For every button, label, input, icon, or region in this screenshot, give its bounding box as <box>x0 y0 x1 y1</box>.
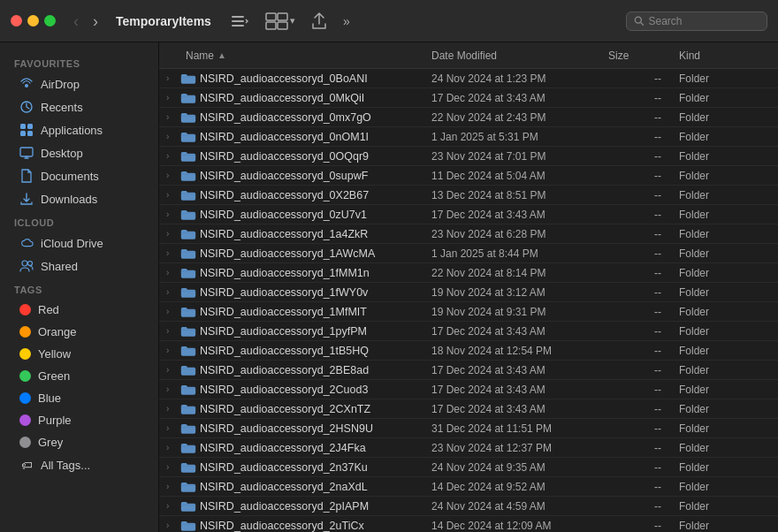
table-row[interactable]: › NSIRD_audioaccessoryd_2BE8ad 17 Dec 20… <box>159 361 778 380</box>
svg-rect-4 <box>278 13 287 20</box>
table-row[interactable]: › NSIRD_audioaccessoryd_2HSN9U 31 Dec 20… <box>159 419 778 438</box>
forward-button[interactable]: › <box>89 11 102 31</box>
file-modified-cell: 24 Nov 2024 at 9:35 AM <box>424 461 601 474</box>
table-row[interactable]: › NSIRD_audioaccessoryd_2pIAPM 24 Nov 20… <box>159 497 778 516</box>
file-kind-cell: Folder <box>672 170 778 182</box>
file-kind-cell: Folder <box>672 306 778 318</box>
folder-icon <box>180 384 196 396</box>
back-button[interactable]: ‹ <box>70 11 82 31</box>
svg-rect-14 <box>27 131 33 136</box>
folder-icon <box>180 189 196 201</box>
table-row[interactable]: › NSIRD_audioaccessoryd_1tB5HQ 18 Nov 20… <box>159 341 778 361</box>
expand-arrow-icon: › <box>166 501 177 511</box>
tag-red-dot <box>19 304 31 315</box>
airdrop-icon <box>19 77 34 91</box>
table-row[interactable]: › NSIRD_audioaccessoryd_0zU7v1 17 Dec 20… <box>159 205 778 224</box>
sidebar-item-tag-green[interactable]: Green <box>5 365 153 387</box>
file-name-cell: › NSIRD_audioaccessoryd_1MfMIT <box>159 306 424 318</box>
folder-icon <box>180 170 196 182</box>
col-header-kind[interactable]: Kind <box>672 49 778 62</box>
close-button[interactable] <box>11 15 22 27</box>
table-row[interactable]: › NSIRD_audioaccessoryd_1MfMIT 19 Nov 20… <box>159 302 778 322</box>
file-name-text: NSIRD_audioaccessoryd_0OQqr9 <box>200 150 424 163</box>
expand-arrow-icon: › <box>166 521 177 530</box>
expand-arrow-icon: › <box>166 287 177 297</box>
col-header-modified[interactable]: Date Modified <box>424 49 601 62</box>
view-options-button[interactable]: ▾ <box>261 11 300 32</box>
search-input[interactable] <box>648 15 759 27</box>
maximize-button[interactable] <box>44 15 56 27</box>
icloud-section-label: iCloud <box>0 210 158 232</box>
folder-icon <box>180 92 196 104</box>
sidebar-item-recents[interactable]: Recents <box>5 95 153 118</box>
file-size-cell: -- <box>601 481 672 493</box>
table-row[interactable]: › NSIRD_audioaccessoryd_0MkQiI 17 Dec 20… <box>159 88 778 108</box>
folder-icon <box>180 422 196 435</box>
col-header-name[interactable]: Name ▲ <box>159 49 424 62</box>
table-row[interactable]: › NSIRD_audioaccessoryd_0supwF 11 Dec 20… <box>159 166 778 186</box>
table-row[interactable]: › NSIRD_audioaccessoryd_2naXdL 14 Dec 20… <box>159 477 778 497</box>
expand-arrow-icon: › <box>166 443 177 452</box>
file-list[interactable]: › NSIRD_audioaccessoryd_0BoANI 24 Nov 20… <box>159 69 778 532</box>
folder-icon <box>180 345 196 357</box>
sidebar-item-tag-red[interactable]: Red <box>5 299 153 321</box>
sidebar-item-shared-label: Shared <box>41 260 78 273</box>
sidebar-item-documents-label: Documents <box>41 170 99 183</box>
sidebar-item-tag-yellow[interactable]: Yellow <box>5 343 153 365</box>
sidebar-item-tag-purple[interactable]: Purple <box>5 409 153 431</box>
table-row[interactable]: › NSIRD_audioaccessoryd_1a4ZkR 23 Nov 20… <box>159 224 778 244</box>
sidebar-item-tag-orange[interactable]: Orange <box>5 321 153 343</box>
svg-point-9 <box>25 84 28 87</box>
all-tags-icon: 🏷 <box>19 458 34 472</box>
search-box <box>626 11 767 31</box>
minimize-button[interactable] <box>27 15 39 27</box>
file-modified-cell: 11 Dec 2024 at 5:04 AM <box>424 170 601 182</box>
sidebar-item-shared[interactable]: Shared <box>5 255 153 277</box>
sidebar-item-desktop[interactable]: Desktop <box>5 141 153 164</box>
table-row[interactable]: › NSIRD_audioaccessoryd_1fMM1n 22 Nov 20… <box>159 263 778 283</box>
sidebar-item-tag-red-label: Red <box>38 303 59 316</box>
file-size-cell: -- <box>601 520 672 532</box>
table-row[interactable]: › NSIRD_audioaccessoryd_1fWY0v 19 Nov 20… <box>159 283 778 302</box>
sidebar-item-applications[interactable]: Applications <box>5 118 153 141</box>
more-button[interactable]: » <box>339 13 355 29</box>
col-header-size[interactable]: Size <box>601 49 672 62</box>
folder-icon <box>180 150 196 163</box>
sidebar-item-tag-all[interactable]: 🏷 All Tags... <box>5 453 153 476</box>
file-kind-cell: Folder <box>672 209 778 221</box>
table-row[interactable]: › NSIRD_audioaccessoryd_2uTiCx 14 Dec 20… <box>159 516 778 532</box>
file-kind-cell: Folder <box>672 150 778 163</box>
list-options-button[interactable] <box>225 11 254 32</box>
svg-rect-3 <box>266 13 276 20</box>
expand-arrow-icon: › <box>166 384 177 394</box>
file-size-cell: -- <box>601 384 672 396</box>
table-row[interactable]: › NSIRD_audioaccessoryd_0X2B67 13 Dec 20… <box>159 186 778 205</box>
table-row[interactable]: › NSIRD_audioaccessoryd_0OQqr9 23 Nov 20… <box>159 147 778 166</box>
file-size-cell: -- <box>601 267 672 279</box>
sidebar-item-airdrop[interactable]: AirDrop <box>5 72 153 95</box>
table-row[interactable]: › NSIRD_audioaccessoryd_0mx7gO 22 Nov 20… <box>159 108 778 127</box>
folder-icon <box>180 131 196 143</box>
sidebar-item-downloads[interactable]: Downloads <box>5 187 153 210</box>
file-name-cell: › NSIRD_audioaccessoryd_2CXnTZ <box>159 403 424 415</box>
sidebar-item-documents[interactable]: Documents <box>5 164 153 187</box>
expand-arrow-icon: › <box>166 171 177 180</box>
expand-arrow-icon: › <box>166 248 177 258</box>
table-row[interactable]: › NSIRD_audioaccessoryd_1AWcMA 1 Jan 202… <box>159 244 778 263</box>
table-row[interactable]: › NSIRD_audioaccessoryd_2n37Ku 24 Nov 20… <box>159 458 778 477</box>
sidebar-item-airdrop-label: AirDrop <box>41 78 80 91</box>
share-button[interactable] <box>307 11 332 32</box>
favourites-section-label: Favourites <box>0 51 158 72</box>
table-row[interactable]: › NSIRD_audioaccessoryd_0nOM1I 1 Jan 202… <box>159 127 778 147</box>
sidebar-item-tag-grey[interactable]: Grey <box>5 431 153 453</box>
table-row[interactable]: › NSIRD_audioaccessoryd_2Cuod3 17 Dec 20… <box>159 380 778 399</box>
table-row[interactable]: › NSIRD_audioaccessoryd_2J4Fka 23 Nov 20… <box>159 438 778 458</box>
table-row[interactable]: › NSIRD_audioaccessoryd_2CXnTZ 17 Dec 20… <box>159 399 778 419</box>
sidebar-item-tag-blue[interactable]: Blue <box>5 387 153 409</box>
downloads-icon <box>19 192 34 206</box>
table-row[interactable]: › NSIRD_audioaccessoryd_1pyfPM 17 Dec 20… <box>159 322 778 341</box>
file-kind-cell: Folder <box>672 189 778 201</box>
sidebar-item-icloud-drive[interactable]: iCloud Drive <box>5 232 153 255</box>
file-name-cell: › NSIRD_audioaccessoryd_2uTiCx <box>159 520 424 532</box>
table-row[interactable]: › NSIRD_audioaccessoryd_0BoANI 24 Nov 20… <box>159 69 778 88</box>
